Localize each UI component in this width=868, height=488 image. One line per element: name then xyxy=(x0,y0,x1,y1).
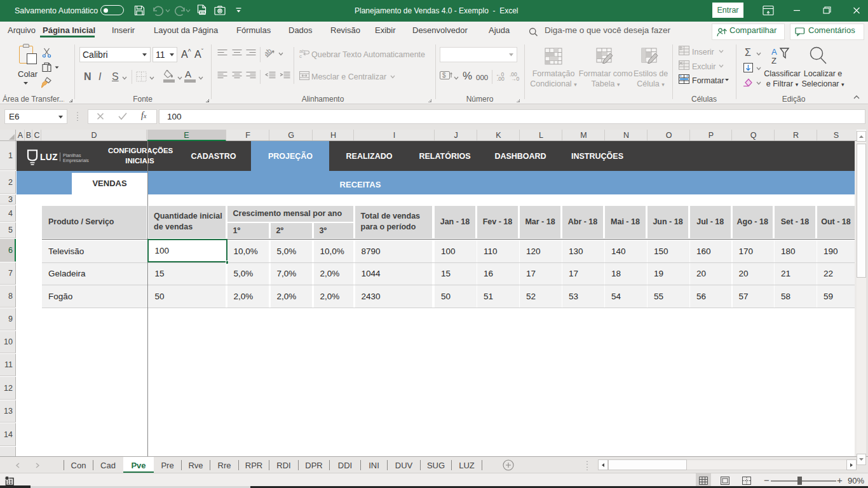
svg-text:c: c xyxy=(299,53,302,58)
svg-text:→0: →0 xyxy=(511,76,520,81)
svg-text:Z: Z xyxy=(771,56,776,65)
svg-text:.00: .00 xyxy=(497,76,505,81)
svg-text:$: $ xyxy=(442,72,446,79)
svg-text:A: A xyxy=(771,47,777,57)
